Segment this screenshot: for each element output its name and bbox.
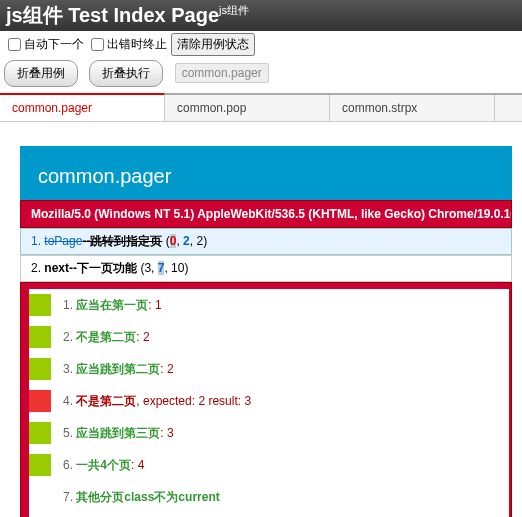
assert-row: 5. 应当跳到第三页: 3 [29, 417, 509, 449]
assert-row: 6. 一共4个页: 4 [29, 449, 509, 481]
title-prefix: js组件 [6, 4, 63, 26]
pass-icon [29, 422, 51, 444]
clear-state-button[interactable]: 清除用例状态 [171, 33, 255, 56]
auto-next-checkbox[interactable] [8, 38, 21, 51]
test-name: next [44, 261, 69, 275]
current-file-label: common.pager [175, 63, 269, 83]
title-sup: js组件 [219, 4, 249, 16]
title-main: Test Index Page [63, 4, 219, 26]
fail-icon [29, 390, 51, 412]
title-bar: js组件 Test Index Pagejs组件 [0, 0, 522, 31]
card-title: common.pager [20, 147, 512, 200]
assert-row: 7. 其他分页class不为current [29, 481, 509, 513]
pass-icon [29, 454, 51, 476]
tab-common-pager[interactable]: common.pager [0, 93, 165, 121]
assert-row: 3. 应当跳到第二页: 2 [29, 353, 509, 385]
test-card: common.pager Mozilla/5.0 (Windows NT 5.1… [20, 146, 512, 517]
assert-row: 2. 不是第二页: 2 [29, 321, 509, 353]
fold-exec-button[interactable]: 折叠执行 [89, 60, 163, 87]
tabs: common.pager common.pop common.strpx [0, 93, 522, 122]
button-row: 折叠用例 折叠执行 common.pager [0, 58, 522, 93]
test-row-1[interactable]: 1. toPage--跳转到指定页 (0, 2, 2) [20, 228, 512, 255]
stop-on-error-checkbox[interactable] [91, 38, 104, 51]
tab-common-pop[interactable]: common.pop [165, 95, 330, 121]
pass-icon [29, 294, 51, 316]
content: common.pager Mozilla/5.0 (Windows NT 5.1… [0, 122, 522, 517]
assert-row: 8. 第二个分页为当前页，class为current [29, 513, 509, 517]
user-agent: Mozilla/5.0 (Windows NT 5.1) AppleWebKit… [20, 200, 512, 228]
results-panel: 1. 应当在第一页: 12. 不是第二页: 23. 应当跳到第二页: 24. 不… [20, 282, 512, 517]
fold-cases-button[interactable]: 折叠用例 [4, 60, 78, 87]
tab-common-strpx[interactable]: common.strpx [330, 95, 495, 121]
auto-next-label: 自动下一个 [24, 37, 84, 51]
controls-bar: 自动下一个 出错时终止 清除用例状态 [0, 31, 522, 58]
pass-icon [29, 326, 51, 348]
pass-icon [29, 358, 51, 380]
stop-on-error-label: 出错时终止 [107, 37, 167, 51]
test-name: toPage [44, 234, 82, 248]
assert-row: 1. 应当在第一页: 1 [29, 289, 509, 321]
assert-row: 4. 不是第二页, expected: 2 result: 3 [29, 385, 509, 417]
test-row-2[interactable]: 2. next--下一页功能 (3, 7, 10) [20, 255, 512, 282]
